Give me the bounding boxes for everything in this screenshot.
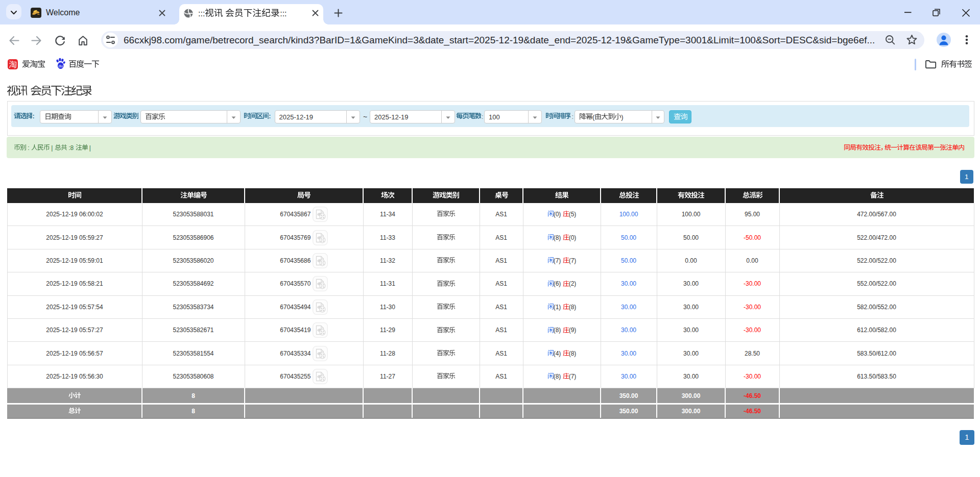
svg-text:du: du bbox=[59, 64, 63, 68]
